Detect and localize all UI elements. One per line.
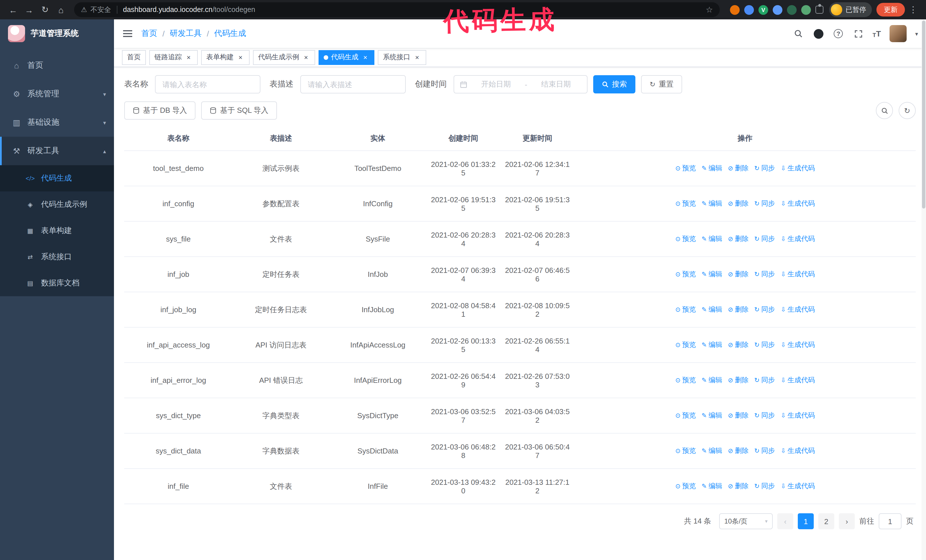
- import-db-button[interactable]: 基于 DB 导入: [124, 101, 196, 120]
- action-preview[interactable]: ⊙预览: [675, 411, 696, 420]
- action-generate-code[interactable]: ⇩生成代码: [781, 163, 815, 173]
- action-sync[interactable]: ↻同步: [754, 234, 775, 244]
- extension-icon-1[interactable]: [730, 5, 740, 15]
- github-icon[interactable]: [813, 28, 824, 39]
- action-edit[interactable]: ✎编辑: [702, 411, 722, 420]
- tab-tracing[interactable]: 链路追踪 ×: [149, 50, 198, 65]
- action-generate-code[interactable]: ⇩生成代码: [781, 305, 815, 314]
- sidebar-item-system-api[interactable]: ⇄ 系统接口: [0, 244, 114, 270]
- sidebar-item-devtools[interactable]: ⚒ 研发工具 ▴: [0, 137, 114, 165]
- breadcrumb-item[interactable]: 首页: [141, 29, 157, 39]
- action-generate-code[interactable]: ⇩生成代码: [781, 340, 815, 350]
- action-delete[interactable]: ⊘删除: [728, 340, 749, 350]
- action-sync[interactable]: ↻同步: [754, 305, 775, 314]
- app-logo[interactable]: 芋道管理系统: [0, 20, 114, 48]
- browser-home-icon[interactable]: ⌂: [54, 2, 68, 17]
- table-name-input[interactable]: [155, 75, 260, 94]
- page-button-2[interactable]: 2: [818, 513, 834, 529]
- font-size-icon[interactable]: [873, 29, 881, 38]
- action-sync[interactable]: ↻同步: [754, 269, 775, 279]
- tab-system-api[interactable]: 系统接口 ×: [378, 50, 426, 65]
- action-preview[interactable]: ⊙预览: [675, 482, 696, 491]
- page-size-select[interactable]: 10条/页 ▾: [719, 513, 773, 529]
- action-edit[interactable]: ✎编辑: [702, 376, 722, 385]
- action-sync[interactable]: ↻同步: [754, 446, 775, 456]
- security-label[interactable]: 不安全: [91, 5, 111, 15]
- hamburger-icon[interactable]: [114, 30, 141, 37]
- sidebar-item-system[interactable]: ⚙ 系统管理 ▾: [0, 80, 114, 108]
- search-icon[interactable]: [793, 28, 804, 39]
- tab-form-builder[interactable]: 表单构建 ×: [201, 50, 250, 65]
- next-page-button[interactable]: ›: [839, 513, 855, 529]
- action-sync[interactable]: ↻同步: [754, 411, 775, 420]
- action-edit[interactable]: ✎编辑: [702, 163, 722, 173]
- action-preview[interactable]: ⊙预览: [675, 376, 696, 385]
- action-edit[interactable]: ✎编辑: [702, 446, 722, 456]
- tab-home[interactable]: 首页: [122, 50, 146, 65]
- action-delete[interactable]: ⊘删除: [728, 446, 749, 456]
- browser-reload-icon[interactable]: ↻: [38, 2, 53, 17]
- action-delete[interactable]: ⊘删除: [728, 234, 749, 244]
- sidebar-item-codegen[interactable]: </> 代码生成: [0, 165, 114, 192]
- action-delete[interactable]: ⊘删除: [728, 199, 749, 208]
- toggle-search-button[interactable]: [876, 102, 893, 119]
- close-icon[interactable]: ×: [185, 53, 193, 61]
- browser-back-icon[interactable]: ←: [6, 2, 21, 17]
- profile-chip[interactable]: 已暂停: [829, 2, 872, 17]
- action-edit[interactable]: ✎编辑: [702, 199, 722, 208]
- browser-forward-icon[interactable]: →: [22, 2, 36, 17]
- extension-icon-6[interactable]: [801, 5, 811, 15]
- bookmark-star-icon[interactable]: ☆: [706, 5, 713, 14]
- tab-codegen-example[interactable]: 代码生成示例 ×: [253, 50, 315, 65]
- close-icon[interactable]: ×: [236, 53, 244, 61]
- import-sql-button[interactable]: 基于 SQL 导入: [201, 101, 277, 120]
- action-edit[interactable]: ✎编辑: [702, 305, 722, 314]
- browser-menu-icon[interactable]: ⋮: [906, 5, 920, 15]
- action-preview[interactable]: ⊙预览: [675, 269, 696, 279]
- action-delete[interactable]: ⊘删除: [728, 482, 749, 491]
- sidebar-item-codegen-example[interactable]: ◈ 代码生成示例: [0, 192, 114, 217]
- action-delete[interactable]: ⊘删除: [728, 163, 749, 173]
- extension-icon-4[interactable]: [773, 5, 782, 15]
- action-preview[interactable]: ⊙预览: [675, 199, 696, 208]
- close-icon[interactable]: ×: [302, 53, 310, 61]
- action-delete[interactable]: ⊘删除: [728, 269, 749, 279]
- action-generate-code[interactable]: ⇩生成代码: [781, 269, 815, 279]
- fullscreen-icon[interactable]: [853, 28, 864, 39]
- action-sync[interactable]: ↻同步: [754, 482, 775, 491]
- scrollbar[interactable]: [921, 20, 926, 560]
- close-icon[interactable]: ×: [361, 53, 369, 61]
- scrollbar-thumb[interactable]: [922, 21, 925, 208]
- action-delete[interactable]: ⊘删除: [728, 376, 749, 385]
- breadcrumb-item[interactable]: 研发工具: [170, 29, 202, 39]
- action-sync[interactable]: ↻同步: [754, 163, 775, 173]
- extension-icon-2[interactable]: [744, 5, 754, 15]
- page-button-1[interactable]: 1: [798, 513, 814, 529]
- refresh-table-button[interactable]: ↻: [899, 102, 916, 119]
- action-edit[interactable]: ✎编辑: [702, 340, 722, 350]
- help-icon[interactable]: ?: [833, 28, 844, 39]
- extensions-puzzle-icon[interactable]: [816, 6, 823, 14]
- action-edit[interactable]: ✎编辑: [702, 482, 722, 491]
- sidebar-item-home[interactable]: ⌂ 首页: [0, 51, 114, 80]
- action-delete[interactable]: ⊘删除: [728, 411, 749, 420]
- action-generate-code[interactable]: ⇩生成代码: [781, 376, 815, 385]
- sidebar-item-form-builder[interactable]: ▦ 表单构建: [0, 217, 114, 244]
- goto-page-input[interactable]: [879, 513, 902, 529]
- close-icon[interactable]: ×: [413, 53, 421, 61]
- sidebar-item-db-doc[interactable]: ▤ 数据库文档: [0, 270, 114, 296]
- action-generate-code[interactable]: ⇩生成代码: [781, 234, 815, 244]
- user-avatar[interactable]: [890, 25, 906, 42]
- breadcrumb-item[interactable]: 代码生成: [214, 29, 246, 39]
- reset-button[interactable]: ↻ 重置: [641, 75, 682, 94]
- chevron-down-icon[interactable]: ▾: [915, 30, 918, 37]
- browser-update-button[interactable]: 更新: [876, 3, 905, 17]
- action-sync[interactable]: ↻同步: [754, 376, 775, 385]
- action-generate-code[interactable]: ⇩生成代码: [781, 199, 815, 208]
- action-generate-code[interactable]: ⇩生成代码: [781, 446, 815, 456]
- sidebar-item-infra[interactable]: ▥ 基础设施 ▾: [0, 108, 114, 137]
- action-generate-code[interactable]: ⇩生成代码: [781, 411, 815, 420]
- action-sync[interactable]: ↻同步: [754, 340, 775, 350]
- action-preview[interactable]: ⊙预览: [675, 305, 696, 314]
- action-edit[interactable]: ✎编辑: [702, 234, 722, 244]
